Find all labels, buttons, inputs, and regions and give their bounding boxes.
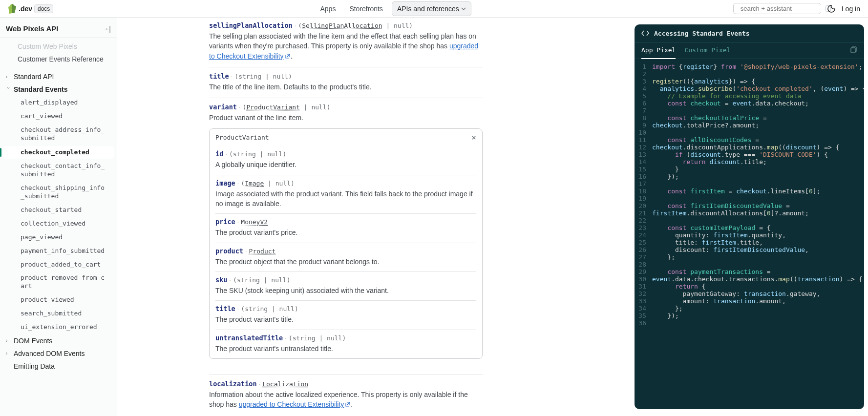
chevron-down-icon (461, 6, 466, 11)
sidebar-event-checkout_started[interactable]: checkout_started (3, 204, 114, 217)
prop-localization: localization · Localization Information … (209, 374, 483, 416)
login-link[interactable]: Log in (842, 5, 860, 13)
sidebar-item-emitting-data[interactable]: Emitting Data (0, 360, 117, 373)
sidebar-item-standard-api[interactable]: ›Standard API (0, 70, 117, 83)
code-line: 31 return { (635, 283, 864, 290)
sidebar-item-adv-dom-events[interactable]: ›Advanced DOM Events (0, 347, 117, 360)
code-title: Accessing Standard Events (654, 30, 750, 37)
code-line: 7 (635, 107, 864, 114)
theme-toggle-icon[interactable] (827, 4, 836, 13)
search-input[interactable] (741, 5, 823, 12)
content-scroll[interactable]: sellingPlanAllocation · (SellingPlanAllo… (117, 18, 635, 416)
code-line: 3register(({analytics}) => { (635, 78, 864, 85)
external-link-icon (345, 401, 351, 407)
type-link[interactable]: Product (249, 248, 276, 255)
code-line: 1import {register} from '@shopify/web-pi… (635, 63, 864, 70)
checkout-extensibility-link[interactable]: upgraded to Checkout Extensibility (239, 400, 351, 408)
sidebar-event-product_viewed[interactable]: product_viewed (3, 293, 114, 307)
prop-desc: Information about the active localized e… (209, 390, 483, 410)
docs-badge[interactable]: docs (34, 4, 53, 13)
nested-prop-untranslatedTitle: untranslatedTitle · (string | null)The p… (215, 330, 476, 358)
code-tabs: App Pixel Custom Pixel (635, 42, 864, 59)
content: sellingPlanAllocation · (SellingPlanAllo… (209, 21, 483, 415)
sidebar-item-custom-web-pixels[interactable]: Custom Web Pixels (0, 40, 117, 53)
sidebar-header: Web Pixels API →| (0, 18, 117, 38)
close-icon[interactable]: × (471, 133, 476, 142)
sidebar-event-checkout_completed[interactable]: checkout_completed (3, 146, 114, 159)
code-line: 6 const checkout = event.data.checkout; (635, 100, 864, 107)
type-link[interactable]: SellingPlanAllocation (302, 22, 382, 29)
code-line: 25 title: firstItem.title, (635, 239, 864, 246)
brand-text: .dev (19, 5, 32, 13)
type-link[interactable]: Image (245, 180, 264, 187)
prop-type: (string | null) (234, 73, 292, 80)
sidebar-item-standard-events[interactable]: ›Standard Events (0, 83, 117, 96)
code-line: 15 } (635, 166, 864, 173)
sidebar-event-ui_extension_errored[interactable]: ui_extension_errored (3, 321, 114, 334)
sidebar-event-collection_viewed[interactable]: collection_viewed (3, 217, 114, 230)
topbar-right: / Log in (733, 3, 860, 14)
prop-type: (string | null) (233, 276, 290, 284)
code-line: 33 amount: transaction.amount, (635, 297, 864, 305)
prop-name: title (215, 305, 235, 312)
sidebar-event-product_added_to_cart[interactable]: product_added_to_cart (3, 258, 114, 271)
prop-name: variant (209, 103, 237, 111)
sidebar: Web Pixels API →| Custom Web Pixels Cust… (0, 18, 117, 416)
code-line: 17 (635, 180, 864, 187)
prop-desc: The product variant's title. (215, 314, 476, 324)
topbar: .dev docs Apps Storefronts APIs and refe… (0, 0, 868, 18)
prop-name: price (215, 218, 235, 226)
code-body[interactable]: 1import {register} from '@shopify/web-pi… (635, 59, 864, 409)
prop-name: sku (215, 276, 227, 284)
prop-type: (string | null) (241, 305, 298, 312)
code-panel: Accessing Standard Events App Pixel Cust… (635, 24, 864, 409)
sidebar-event-alert_displayed[interactable]: alert_displayed (3, 96, 114, 109)
nav-apps[interactable]: Apps (315, 2, 340, 16)
sidebar-item-customer-events-reference[interactable]: Customer Events Reference (0, 53, 117, 65)
shopify-logo-icon (8, 4, 17, 14)
sidebar-event-checkout_shipping_info_submitted[interactable]: checkout_shipping_info_submitted (3, 182, 114, 203)
code-line: 29 const paymentTransactions = (635, 268, 864, 275)
type-link[interactable]: Localization (262, 380, 308, 388)
nav-storefronts[interactable]: Storefronts (344, 2, 387, 16)
tab-custom-pixel[interactable]: Custom Pixel (684, 42, 730, 59)
code-line: 5 // Example for accessing event data (635, 92, 864, 100)
tab-app-pixel[interactable]: App Pixel (641, 42, 676, 59)
type-link[interactable]: ProductVariant (246, 104, 300, 111)
sidebar-collapse-icon[interactable]: →| (102, 25, 111, 33)
sidebar-title: Web Pixels API (6, 24, 59, 33)
prop-type: Product (249, 248, 276, 255)
code-line: 35 }); (635, 312, 864, 319)
sidebar-event-payment_info_submitted[interactable]: payment_info_submitted (3, 245, 114, 258)
code-line: 18 const firstItem = checkout.lineItems[… (635, 187, 864, 195)
sidebar-event-search_submitted[interactable]: search_submitted (3, 307, 114, 320)
sidebar-event-cart_viewed[interactable]: cart_viewed (3, 110, 114, 123)
productvariant-card: ProductVariant × id · (string | null)A g… (209, 128, 483, 358)
sidebar-event-checkout_address_info_submitted[interactable]: checkout_address_info_submitted (3, 124, 114, 145)
sidebar-item-dom-events[interactable]: ›DOM Events (0, 334, 117, 347)
sidebar-event-page_viewed[interactable]: page_viewed (3, 231, 114, 244)
nested-prop-image: image · (Image | null)Image associated w… (215, 175, 476, 214)
search-box[interactable]: / (733, 3, 821, 14)
type-link[interactable]: MoneyV2 (241, 218, 268, 226)
code-line: 4 analytics.subscribe('checkout_complete… (635, 85, 864, 92)
brand[interactable]: .dev docs (8, 4, 53, 14)
code-header: Accessing Standard Events (635, 24, 864, 42)
prop-desc: A globally unique identifier. (215, 160, 476, 169)
chevron-down-icon: › (6, 87, 11, 92)
chevron-right-icon: › (6, 351, 11, 356)
prop-desc: The selling plan associated with the lin… (209, 31, 483, 61)
prop-desc: The product variant's untranslated title… (215, 344, 476, 354)
sidebar-scroll[interactable]: Custom Web Pixels Customer Events Refere… (0, 38, 117, 416)
code-line: 22 (635, 217, 864, 224)
prop-type: (Image | null) (241, 180, 295, 187)
topbar-nav: Apps Storefronts APIs and references (315, 1, 471, 16)
sidebar-event-checkout_contact_info_submitted[interactable]: checkout_contact_info_submitted (3, 160, 114, 181)
nested-title: ProductVariant (215, 134, 269, 141)
nested-prop-product: product · ProductThe product object that… (215, 243, 476, 271)
prop-title: title · (string | null) The title of the… (209, 67, 483, 98)
copy-icon[interactable] (850, 42, 857, 59)
prop-desc: Image associated with the product varian… (215, 189, 476, 209)
nav-apis[interactable]: APIs and references (392, 1, 471, 16)
sidebar-event-product_removed_from_cart[interactable]: product_removed_from_cart (3, 271, 114, 293)
